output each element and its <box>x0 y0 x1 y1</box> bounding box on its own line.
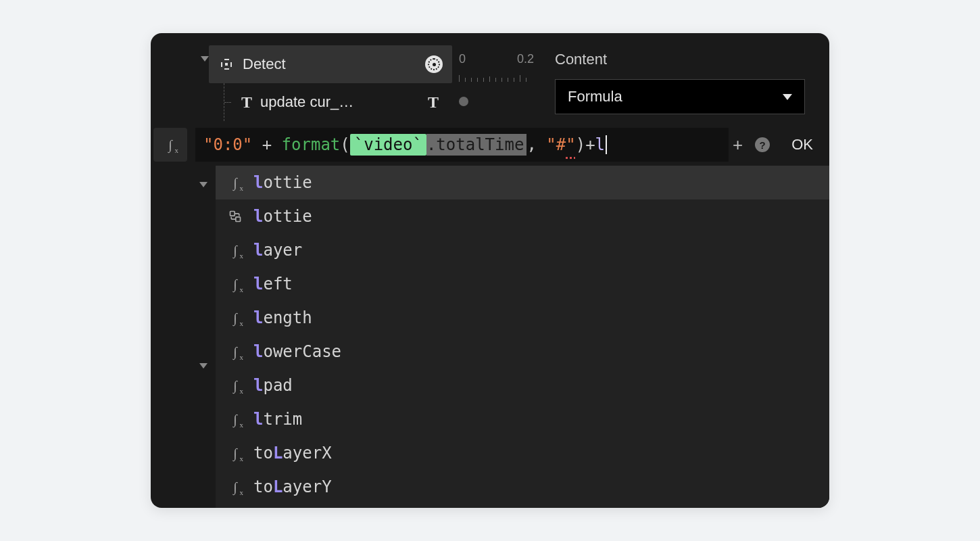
text-layer-icon: T <box>241 93 252 112</box>
fx-icon: ∫ <box>228 378 243 394</box>
help-button[interactable]: ? <box>755 137 770 152</box>
autocomplete-item-label: left <box>253 275 293 293</box>
autocomplete-item[interactable]: ∫layer <box>216 233 829 267</box>
autocomplete-item-label: toLayerX <box>253 444 332 463</box>
tree-guide-icon <box>224 83 233 121</box>
chevron-down-icon <box>783 94 792 100</box>
formula-mode-button[interactable]: ∫ <box>153 128 187 162</box>
collapse-arrow-icon[interactable] <box>199 182 207 187</box>
autocomplete-item[interactable]: ∫toLayerX <box>216 436 829 470</box>
formula-token: + <box>585 135 595 154</box>
autocomplete-item-label: lowerCase <box>253 342 341 361</box>
autocomplete-item[interactable]: lottie <box>216 199 829 233</box>
fx-icon: ∫ <box>228 310 243 326</box>
formula-bar: ∫ "0:0" + format ( `video`.totalTime , "… <box>151 125 829 164</box>
fx-icon: ∫ <box>163 137 178 153</box>
fx-icon: ∫ <box>228 412 243 427</box>
svg-rect-1 <box>236 217 241 222</box>
add-formula-button[interactable]: + <box>733 135 743 156</box>
formula-token: + <box>252 135 281 154</box>
autocomplete-item[interactable]: ∫left <box>216 267 829 301</box>
formula-token: , <box>526 135 546 154</box>
error-squiggle-icon <box>566 157 575 159</box>
side-arrows <box>199 182 207 369</box>
text-cursor-icon <box>606 135 607 154</box>
autocomplete-item[interactable]: ∫ltrim <box>216 402 829 436</box>
fx-icon: ∫ <box>228 277 243 292</box>
formula-token: "0:0" <box>203 135 252 154</box>
formula-token: format <box>282 135 341 154</box>
svg-rect-0 <box>230 212 235 216</box>
formula-token: "#" <box>546 135 575 154</box>
autocomplete-item-label: ltrim <box>253 410 302 429</box>
text-type-icon: T <box>428 93 439 112</box>
layer-detect-label: Detect <box>243 55 417 73</box>
formula-token: ( <box>340 135 349 154</box>
ruler-tick-0: 0 <box>459 52 466 66</box>
autocomplete-item-label: toLayerY <box>253 477 332 496</box>
ruler-ticks <box>459 74 540 82</box>
layer-sub-row[interactable]: T update cur_… T <box>209 83 452 121</box>
autocomplete-item-label: layer <box>253 241 302 260</box>
collapse-arrow-icon[interactable] <box>201 56 209 62</box>
formula-token: .totalTime <box>426 134 527 156</box>
collapse-arrow-icon[interactable] <box>199 363 207 369</box>
formula-token: l <box>595 135 605 154</box>
autocomplete-item-label: length <box>253 308 312 327</box>
content-type-dropdown[interactable]: Formula <box>555 79 805 114</box>
autocomplete-item-label: lottie <box>253 173 312 192</box>
formula-actions: + ? OK <box>733 135 829 156</box>
formula-input[interactable]: "0:0" + format ( `video`.totalTime , "#"… <box>195 128 729 162</box>
autocomplete-item[interactable]: ∫length <box>216 301 829 335</box>
reel-icon[interactable] <box>425 55 443 73</box>
component-icon <box>228 210 243 223</box>
autocomplete-item[interactable]: ∫lowerCase <box>216 335 829 369</box>
left-gutter <box>151 45 209 62</box>
top-bar: Detect T update cur_… T 0 0.2 <box>151 33 829 121</box>
formula-token: `video` <box>350 134 426 156</box>
layers-column: Detect T update cur_… T <box>209 45 452 121</box>
fx-icon: ∫ <box>228 344 243 360</box>
ok-button[interactable]: OK <box>782 136 823 154</box>
fx-icon: ∫ <box>228 175 243 191</box>
formula-token: ) <box>576 135 585 154</box>
keyframe-dot[interactable] <box>459 97 468 106</box>
timeline-column: 0 0.2 <box>452 45 540 106</box>
autocomplete-item[interactable]: ∫lottie <box>216 166 829 199</box>
fx-icon: ∫ <box>228 243 243 258</box>
ruler-tick-02: 0.2 <box>517 52 534 66</box>
timeline-ruler[interactable]: 0 0.2 <box>452 52 540 83</box>
layer-sub-label: update cur_… <box>260 93 420 111</box>
autocomplete-item-label: lpad <box>253 376 293 395</box>
detect-icon <box>218 56 235 72</box>
autocomplete-popup: ∫lottielottie∫layer∫left∫length∫lowerCas… <box>216 166 829 508</box>
fx-icon: ∫ <box>228 479 243 495</box>
autocomplete-item-label: lottie <box>253 207 312 226</box>
properties-section-label: Content <box>555 51 818 68</box>
editor-panel: Detect T update cur_… T 0 0.2 <box>151 33 829 508</box>
layer-detect-row[interactable]: Detect <box>209 45 452 83</box>
properties-column: Content Formula <box>540 45 829 114</box>
dropdown-value: Formula <box>568 88 622 105</box>
autocomplete-item[interactable]: ∫lpad <box>216 369 829 402</box>
autocomplete-item[interactable]: ∫toLayerY <box>216 470 829 504</box>
fx-icon: ∫ <box>228 446 243 461</box>
